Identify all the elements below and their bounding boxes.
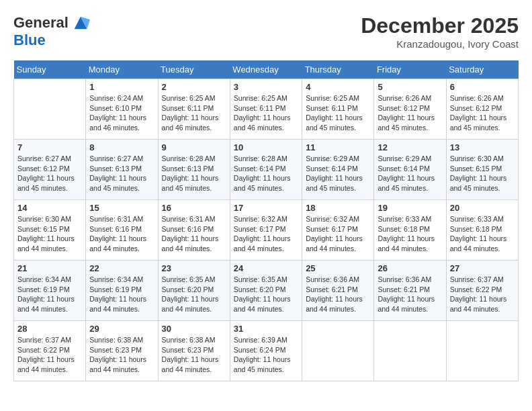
day-info: Sunrise: 6:31 AM Sunset: 6:16 PM Dayligh… <box>89 214 154 254</box>
day-number: 25 <box>306 263 370 273</box>
day-info: Sunrise: 6:24 AM Sunset: 6:10 PM Dayligh… <box>89 93 154 133</box>
day-number: 1 <box>89 82 154 92</box>
col-header-tuesday: Tuesday <box>158 60 230 79</box>
day-number: 6 <box>450 82 515 92</box>
calendar-cell: 17Sunrise: 6:32 AM Sunset: 6:17 PM Dayli… <box>230 200 302 261</box>
calendar-cell: 14Sunrise: 6:30 AM Sunset: 6:15 PM Dayli… <box>14 200 86 261</box>
day-number: 16 <box>162 203 226 213</box>
day-info: Sunrise: 6:25 AM Sunset: 6:11 PM Dayligh… <box>234 93 298 133</box>
day-number: 30 <box>162 324 226 334</box>
day-number: 23 <box>162 263 226 273</box>
calendar-cell: 22Sunrise: 6:34 AM Sunset: 6:19 PM Dayli… <box>86 261 158 321</box>
title-block: December 2025 Kranzadougou, Ivory Coast <box>361 13 519 50</box>
day-info: Sunrise: 6:30 AM Sunset: 6:15 PM Dayligh… <box>450 154 515 193</box>
day-number: 13 <box>450 142 515 152</box>
calendar-cell: 28Sunrise: 6:37 AM Sunset: 6:22 PM Dayli… <box>14 321 86 381</box>
day-info: Sunrise: 6:30 AM Sunset: 6:15 PM Dayligh… <box>17 214 82 254</box>
col-header-thursday: Thursday <box>302 60 374 79</box>
day-number: 5 <box>378 82 442 92</box>
day-info: Sunrise: 6:28 AM Sunset: 6:14 PM Dayligh… <box>234 154 298 193</box>
day-info: Sunrise: 6:25 AM Sunset: 6:11 PM Dayligh… <box>306 93 370 133</box>
calendar-cell: 4Sunrise: 6:25 AM Sunset: 6:11 PM Daylig… <box>302 79 374 140</box>
calendar-cell: 23Sunrise: 6:35 AM Sunset: 6:20 PM Dayli… <box>158 261 230 321</box>
logo: General Blue <box>13 13 90 48</box>
location: Kranzadougou, Ivory Coast <box>361 38 519 50</box>
day-info: Sunrise: 6:33 AM Sunset: 6:18 PM Dayligh… <box>378 214 442 254</box>
day-number: 29 <box>89 324 154 334</box>
calendar-week-5: 28Sunrise: 6:37 AM Sunset: 6:22 PM Dayli… <box>14 321 519 381</box>
calendar-cell: 6Sunrise: 6:26 AM Sunset: 6:12 PM Daylig… <box>446 79 518 140</box>
day-info: Sunrise: 6:37 AM Sunset: 6:22 PM Dayligh… <box>450 275 515 314</box>
calendar-cell: 31Sunrise: 6:39 AM Sunset: 6:24 PM Dayli… <box>230 321 302 381</box>
day-number: 4 <box>306 82 370 92</box>
day-info: Sunrise: 6:25 AM Sunset: 6:11 PM Dayligh… <box>162 93 226 133</box>
calendar-cell: 29Sunrise: 6:38 AM Sunset: 6:23 PM Dayli… <box>86 321 158 381</box>
calendar-week-1: 1Sunrise: 6:24 AM Sunset: 6:10 PM Daylig… <box>14 79 519 140</box>
calendar-cell: 7Sunrise: 6:27 AM Sunset: 6:12 PM Daylig… <box>14 140 86 200</box>
day-number: 27 <box>450 263 515 273</box>
day-info: Sunrise: 6:37 AM Sunset: 6:22 PM Dayligh… <box>17 335 82 375</box>
day-number: 12 <box>378 142 442 152</box>
day-info: Sunrise: 6:29 AM Sunset: 6:14 PM Dayligh… <box>306 154 370 193</box>
day-info: Sunrise: 6:29 AM Sunset: 6:14 PM Dayligh… <box>378 154 442 193</box>
day-info: Sunrise: 6:38 AM Sunset: 6:23 PM Dayligh… <box>89 335 154 375</box>
col-header-saturday: Saturday <box>446 60 518 79</box>
page-header: General Blue December 2025 Kranzadougou,… <box>13 13 519 50</box>
calendar-cell: 21Sunrise: 6:34 AM Sunset: 6:19 PM Dayli… <box>14 261 86 321</box>
day-info: Sunrise: 6:38 AM Sunset: 6:23 PM Dayligh… <box>162 335 226 375</box>
day-info: Sunrise: 6:34 AM Sunset: 6:19 PM Dayligh… <box>17 275 82 314</box>
month-title: December 2025 <box>361 13 519 38</box>
calendar-cell <box>446 321 518 381</box>
calendar-cell: 26Sunrise: 6:36 AM Sunset: 6:21 PM Dayli… <box>374 261 446 321</box>
day-number: 24 <box>234 263 298 273</box>
calendar-week-3: 14Sunrise: 6:30 AM Sunset: 6:15 PM Dayli… <box>14 200 519 261</box>
day-info: Sunrise: 6:28 AM Sunset: 6:13 PM Dayligh… <box>162 154 226 193</box>
day-info: Sunrise: 6:32 AM Sunset: 6:17 PM Dayligh… <box>306 214 370 254</box>
day-info: Sunrise: 6:35 AM Sunset: 6:20 PM Dayligh… <box>162 275 226 314</box>
day-info: Sunrise: 6:26 AM Sunset: 6:12 PM Dayligh… <box>450 93 515 133</box>
day-info: Sunrise: 6:39 AM Sunset: 6:24 PM Dayligh… <box>234 335 298 375</box>
calendar-cell <box>374 321 446 381</box>
day-number: 10 <box>234 142 298 152</box>
calendar-cell: 16Sunrise: 6:31 AM Sunset: 6:16 PM Dayli… <box>158 200 230 261</box>
day-number: 17 <box>234 203 298 213</box>
col-header-sunday: Sunday <box>14 60 86 79</box>
day-number: 19 <box>378 203 442 213</box>
day-number: 11 <box>306 142 370 152</box>
day-info: Sunrise: 6:26 AM Sunset: 6:12 PM Dayligh… <box>378 93 442 133</box>
day-number: 9 <box>162 142 226 152</box>
logo-general-text: General <box>13 15 69 31</box>
day-number: 18 <box>306 203 370 213</box>
calendar-cell <box>302 321 374 381</box>
day-info: Sunrise: 6:32 AM Sunset: 6:17 PM Dayligh… <box>234 214 298 254</box>
day-number: 8 <box>89 142 154 152</box>
calendar-cell: 13Sunrise: 6:30 AM Sunset: 6:15 PM Dayli… <box>446 140 518 200</box>
calendar-week-4: 21Sunrise: 6:34 AM Sunset: 6:19 PM Dayli… <box>14 261 519 321</box>
calendar-cell: 24Sunrise: 6:35 AM Sunset: 6:20 PM Dayli… <box>230 261 302 321</box>
day-number: 20 <box>450 203 515 213</box>
calendar-cell: 20Sunrise: 6:33 AM Sunset: 6:18 PM Dayli… <box>446 200 518 261</box>
col-header-friday: Friday <box>374 60 446 79</box>
day-number: 26 <box>378 263 442 273</box>
calendar-cell: 27Sunrise: 6:37 AM Sunset: 6:22 PM Dayli… <box>446 261 518 321</box>
day-info: Sunrise: 6:34 AM Sunset: 6:19 PM Dayligh… <box>89 275 154 314</box>
day-number: 7 <box>17 142 82 152</box>
calendar-cell: 10Sunrise: 6:28 AM Sunset: 6:14 PM Dayli… <box>230 140 302 200</box>
calendar-cell <box>14 79 86 140</box>
day-info: Sunrise: 6:35 AM Sunset: 6:20 PM Dayligh… <box>234 275 298 314</box>
day-info: Sunrise: 6:31 AM Sunset: 6:16 PM Dayligh… <box>162 214 226 254</box>
calendar-cell: 15Sunrise: 6:31 AM Sunset: 6:16 PM Dayli… <box>86 200 158 261</box>
day-number: 31 <box>234 324 298 334</box>
day-number: 15 <box>89 203 154 213</box>
day-info: Sunrise: 6:33 AM Sunset: 6:18 PM Dayligh… <box>450 214 515 254</box>
day-number: 3 <box>234 82 298 92</box>
col-header-wednesday: Wednesday <box>230 60 302 79</box>
logo-blue-text: Blue <box>13 32 46 48</box>
calendar-cell: 30Sunrise: 6:38 AM Sunset: 6:23 PM Dayli… <box>158 321 230 381</box>
day-number: 21 <box>17 263 82 273</box>
calendar-cell: 3Sunrise: 6:25 AM Sunset: 6:11 PM Daylig… <box>230 79 302 140</box>
day-info: Sunrise: 6:27 AM Sunset: 6:13 PM Dayligh… <box>89 154 154 193</box>
day-info: Sunrise: 6:27 AM Sunset: 6:12 PM Dayligh… <box>17 154 82 193</box>
day-number: 28 <box>17 324 82 334</box>
calendar-cell: 8Sunrise: 6:27 AM Sunset: 6:13 PM Daylig… <box>86 140 158 200</box>
